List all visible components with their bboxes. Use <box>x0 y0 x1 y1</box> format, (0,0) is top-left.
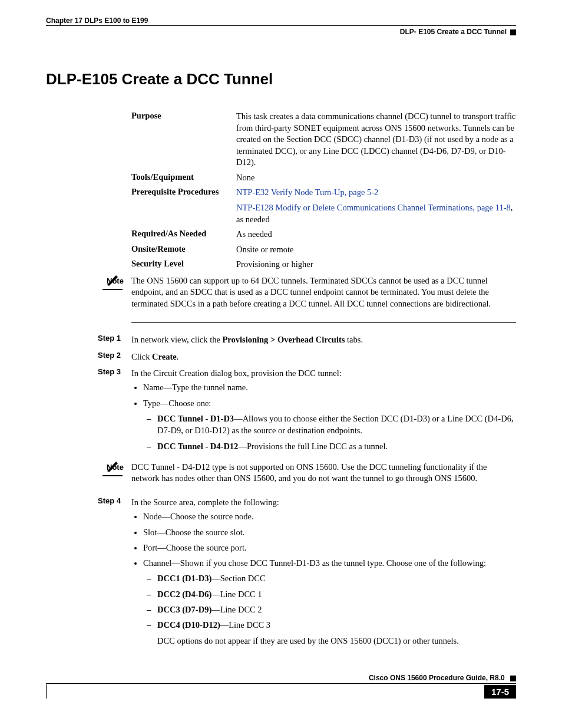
note-block-2: NoteDCC Tunnel - D4-D12 type is not supp… <box>46 462 516 485</box>
meta-label-prereq: Prerequisite Procedures <box>131 187 236 197</box>
note-text-2: NoteDCC Tunnel - D4-D12 type is not supp… <box>131 462 516 485</box>
note-body-1: The ONS 15600 can support up to 64 DCC t… <box>131 276 491 308</box>
step-4-body: In the Source area, complete the followi… <box>131 496 516 650</box>
step-4: Step 4 In the Source area, complete the … <box>46 496 516 650</box>
chapter-header: Chapter 17 DLPs E100 to E199 <box>46 17 516 26</box>
step-4-bullet-channel: Channel—Shown if you chose DCC Tunnel-D1… <box>143 557 516 647</box>
step-4-dash-3-rest: —Line DCC 2 <box>211 605 262 614</box>
meta-val-security: Provisioning or higher <box>236 259 516 271</box>
step-2-bold: Create <box>152 352 177 361</box>
footer-page: 17-5 <box>484 685 516 699</box>
step-4-bullet-node: Node—Choose the source node. <box>143 510 516 522</box>
meta-row-security: Security Level Provisioning or higher <box>131 259 516 271</box>
step-4-dash-4: DCC4 (D10-D12)—Line DCC 3 <box>157 619 516 631</box>
footer: Cisco ONS 15600 Procedure Guide, R8.0 17… <box>46 674 516 699</box>
step-4-dash-3-bold: DCC3 (D7-D9) <box>157 605 211 614</box>
note-text-1: NoteThe ONS 15600 can support up to 64 D… <box>131 275 516 310</box>
step-4-dash-4-bold: DCC4 (D10-D12) <box>157 620 220 630</box>
step-3-dashes: DCC Tunnel - D1-D3—Allows you to choose … <box>143 413 516 452</box>
meta-label-required: Required/As Needed <box>131 229 236 239</box>
note-label-1: Note <box>107 276 131 286</box>
section-header: DLP- E105 Create a DCC Tunnel <box>46 28 516 36</box>
meta-table: Purpose This task creates a data communi… <box>131 111 516 271</box>
step-3-dash-2-rest: —Provisions the full Line DCC as a tunne… <box>238 442 388 451</box>
step-4-text: In the Source area, complete the followi… <box>131 498 279 507</box>
step-2-label: Step 2 <box>46 351 131 360</box>
meta-val-prereq: NTP-E32 Verify Node Turn-Up, page 5-2 <box>236 187 516 199</box>
step-4-dash-2-bold: DCC2 (D4-D6) <box>157 589 211 599</box>
separator <box>131 322 516 323</box>
step-2: Step 2 Click Create. <box>46 351 516 363</box>
step-2-body: Click Create. <box>131 351 516 363</box>
step-4-dashes: DCC1 (D1-D3)—Section DCC DCC2 (D4-D6)—Li… <box>143 572 516 631</box>
meta-row-onsite: Onsite/Remote Onsite or remote <box>131 244 516 256</box>
meta-label-onsite: Onsite/Remote <box>131 244 236 254</box>
step-4-bullet-channel-text: Channel—Shown if you chose DCC Tunnel-D1… <box>143 558 486 568</box>
note-label-2: Note <box>107 462 131 473</box>
footer-guide: Cisco ONS 15600 Procedure Guide, R8.0 <box>46 674 516 684</box>
meta-label-security: Security Level <box>131 259 236 269</box>
meta-label-purpose: Purpose <box>131 111 236 121</box>
step-3: Step 3 In the Circuit Creation dialog bo… <box>46 367 516 456</box>
meta-label-tools: Tools/Equipment <box>131 172 236 182</box>
step-4-bullets: Node—Choose the source node. Slot—Choose… <box>131 510 516 647</box>
step-3-bullet-type-text: Type—Choose one: <box>143 398 211 408</box>
left-margin-bar <box>46 684 47 699</box>
step-2-pre: Click <box>131 352 152 361</box>
step-3-label: Step 3 <box>46 367 131 376</box>
prereq-link-1[interactable]: NTP-E32 Verify Node Turn-Up, page 5-2 <box>236 187 378 197</box>
step-3-dash-2: DCC Tunnel - D4-D12—Provisions the full … <box>157 440 516 452</box>
step-1: Step 1 In network view, click the Provis… <box>46 334 516 345</box>
step-4-trail: DCC options do not appear if they are us… <box>157 635 516 647</box>
step-4-dash-2: DCC2 (D4-D6)—Line DCC 1 <box>157 588 516 600</box>
step-1-post: tabs. <box>345 335 363 344</box>
step-4-dash-1-rest: —Section DCC <box>211 574 265 583</box>
step-3-body: In the Circuit Creation dialog box, prov… <box>131 367 516 456</box>
meta-row-purpose: Purpose This task creates a data communi… <box>131 111 516 169</box>
step-3-dash-1: DCC Tunnel - D1-D3—Allows you to choose … <box>157 413 516 437</box>
footer-page-wrap: 17-5 <box>46 685 516 699</box>
meta-val-required: As needed <box>236 229 516 241</box>
step-3-dash-1-bold: DCC Tunnel - D1-D3 <box>157 414 234 423</box>
meta-row-prereq2: NTP-E128 Modify or Delete Communications… <box>131 202 516 225</box>
step-4-dash-2-rest: —Line DCC 1 <box>211 589 262 599</box>
meta-row-tools: Tools/Equipment None <box>131 172 516 184</box>
step-4-bullet-slot: Slot—Choose the source slot. <box>143 526 516 538</box>
step-2-post: . <box>177 352 179 361</box>
step-3-bullet-name: Name—Type the tunnel name. <box>143 381 516 393</box>
section-header-text: DLP- E105 Create a DCC Tunnel <box>400 28 516 36</box>
step-4-bullet-port: Port—Choose the source port. <box>143 542 516 554</box>
meta-val-purpose: This task creates a data communications … <box>236 111 516 169</box>
meta-row-required: Required/As Needed As needed <box>131 229 516 241</box>
meta-val-prereq2: NTP-E128 Modify or Delete Communications… <box>236 202 516 225</box>
meta-row-prereq: Prerequisite Procedures NTP-E32 Verify N… <box>131 187 516 199</box>
note-body-2: DCC Tunnel - D4-D12 type is not supporte… <box>131 462 487 483</box>
step-4-dash-4-rest: —Line DCC 3 <box>220 620 270 630</box>
note-block-1: NoteThe ONS 15600 can support up to 64 D… <box>46 275 516 310</box>
prereq-link-2[interactable]: NTP-E128 Modify or Delete Communications… <box>236 203 511 212</box>
step-3-text: In the Circuit Creation dialog box, prov… <box>131 368 342 378</box>
step-1-pre: In network view, click the <box>131 335 222 344</box>
meta-val-tools: None <box>236 172 516 184</box>
step-1-bold: Provisioning > Overhead Circuits <box>222 335 345 344</box>
step-3-dash-2-bold: DCC Tunnel - D4-D12 <box>157 442 238 451</box>
page-title: DLP-E105 Create a DCC Tunnel <box>46 70 516 88</box>
step-1-label: Step 1 <box>46 334 131 342</box>
step-4-dash-3: DCC3 (D7-D9)—Line DCC 2 <box>157 604 516 615</box>
step-3-bullets: Name—Type the tunnel name. Type—Choose o… <box>131 381 516 452</box>
step-4-label: Step 4 <box>46 496 131 505</box>
step-1-body: In network view, click the Provisioning … <box>131 334 516 345</box>
step-4-dash-1: DCC1 (D1-D3)—Section DCC <box>157 572 516 584</box>
meta-val-onsite: Onsite or remote <box>236 244 516 256</box>
step-4-dash-1-bold: DCC1 (D1-D3) <box>157 574 211 583</box>
step-3-bullet-type: Type—Choose one: DCC Tunnel - D1-D3—Allo… <box>143 397 516 452</box>
footer-guide-text: Cisco ONS 15600 Procedure Guide, R8.0 <box>369 674 505 682</box>
